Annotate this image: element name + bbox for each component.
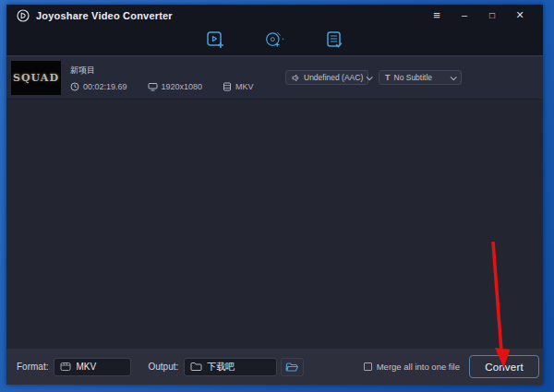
folder-icon bbox=[190, 362, 202, 372]
desktop-background: Joyoshare Video Converter ≡ – □ ✕ bbox=[0, 0, 554, 392]
converted-list-icon[interactable] bbox=[323, 29, 345, 51]
clock-icon bbox=[70, 82, 79, 91]
resolution-group: 1920x1080 bbox=[148, 82, 203, 91]
close-icon[interactable]: ✕ bbox=[506, 6, 534, 25]
title-bar: Joyoshare Video Converter ≡ – □ ✕ bbox=[6, 5, 543, 26]
film-icon bbox=[223, 82, 232, 91]
format-select[interactable]: MKV bbox=[54, 358, 131, 376]
file-meta: 00:02:19.69 1920x1080 bbox=[70, 82, 274, 91]
app-window: Joyoshare Video Converter ≡ – □ ✕ bbox=[6, 5, 543, 385]
format-value: MKV bbox=[76, 362, 96, 372]
display-icon bbox=[148, 82, 158, 91]
output-path-value: 下载吧 bbox=[207, 361, 235, 374]
chevron-down-icon bbox=[367, 74, 373, 80]
output-label: Output: bbox=[148, 362, 178, 372]
format-label: Format: bbox=[17, 362, 48, 372]
file-list-empty-area bbox=[6, 100, 543, 349]
subtitle-value: No Subtitle bbox=[394, 73, 433, 82]
app-logo-icon bbox=[17, 9, 30, 22]
audio-track-dropdown[interactable]: Undefined (AAC) bbox=[285, 70, 368, 85]
merge-checkbox[interactable] bbox=[364, 362, 372, 371]
window-controls: ≡ – □ ✕ bbox=[423, 6, 534, 25]
subtitle-t-icon: T bbox=[385, 73, 391, 82]
file-name: 新项目 bbox=[70, 65, 274, 77]
chevron-down-icon bbox=[451, 74, 457, 80]
menu-icon[interactable]: ≡ bbox=[423, 6, 451, 25]
file-list-row[interactable]: SQUAD 新项目 00:02:19.69 bbox=[6, 56, 543, 100]
browse-output-button[interactable] bbox=[281, 358, 304, 376]
minimize-icon[interactable]: – bbox=[451, 6, 478, 25]
format-group: MKV bbox=[223, 82, 254, 91]
track-dropdowns: Undefined (AAC) T No Subtitle bbox=[285, 70, 462, 85]
file-format-value: MKV bbox=[235, 82, 254, 91]
open-folder-icon bbox=[285, 362, 299, 373]
merge-label: Merge all into one file bbox=[377, 362, 460, 372]
subtitle-dropdown[interactable]: T No Subtitle bbox=[379, 70, 462, 85]
format-film-icon bbox=[60, 362, 71, 372]
convert-button[interactable]: Convert bbox=[469, 355, 539, 378]
thumbnail-title-text: SQUAD bbox=[13, 72, 59, 84]
toolbar bbox=[6, 26, 543, 56]
output-path-field[interactable]: 下载吧 bbox=[184, 358, 277, 376]
merge-toggle[interactable]: Merge all into one file bbox=[364, 362, 460, 372]
window-title: Joyoshare Video Converter bbox=[36, 10, 173, 21]
audio-track-value: Undefined (AAC) bbox=[304, 73, 363, 82]
file-info: 新项目 00:02:19.69 bbox=[70, 65, 274, 91]
maximize-icon[interactable]: □ bbox=[478, 6, 506, 25]
video-thumbnail: SQUAD bbox=[11, 61, 61, 95]
speaker-icon bbox=[292, 74, 300, 82]
duration-value: 00:02:19.69 bbox=[83, 82, 127, 91]
resolution-value: 1920x1080 bbox=[162, 82, 203, 91]
add-video-icon[interactable] bbox=[205, 29, 227, 51]
load-disc-icon[interactable] bbox=[264, 29, 286, 51]
duration-group: 00:02:19.69 bbox=[70, 82, 127, 91]
bottom-bar: Format: MKV Output: 下载吧 bbox=[6, 349, 543, 385]
